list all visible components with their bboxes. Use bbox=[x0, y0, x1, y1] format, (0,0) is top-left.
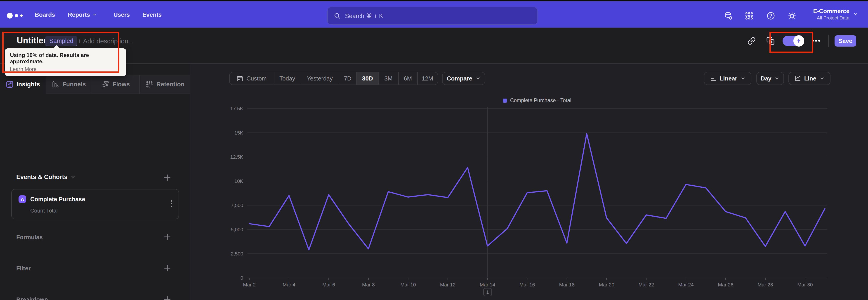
add-event-button[interactable] bbox=[163, 174, 171, 182]
search-input[interactable]: Search ⌘ + K bbox=[327, 7, 537, 25]
header-divider bbox=[828, 35, 829, 47]
x-tick-label: Mar 20 bbox=[599, 282, 614, 288]
linear-axis-icon bbox=[710, 75, 716, 82]
add-to-board-icon[interactable] bbox=[766, 37, 775, 45]
scale-dropdown[interactable]: Linear bbox=[704, 72, 751, 85]
x-tick-label: Mar 10 bbox=[400, 282, 416, 288]
chevron-down-icon bbox=[775, 76, 780, 81]
interval-dropdown[interactable]: Day bbox=[756, 72, 784, 85]
events-cohorts-header[interactable]: Events & Cohorts bbox=[16, 174, 76, 180]
x-tick-label: Mar 8 bbox=[362, 282, 375, 288]
series-line[interactable] bbox=[249, 133, 825, 250]
range-12m-label: 12M bbox=[422, 75, 433, 82]
help-icon[interactable] bbox=[766, 11, 775, 20]
chevron-down-icon bbox=[741, 76, 745, 81]
tab-flows[interactable]: Flows bbox=[92, 75, 139, 94]
insights-chart-icon bbox=[6, 81, 13, 88]
x-tick-label: Mar 14 bbox=[480, 282, 495, 288]
formulas-label: Formulas bbox=[16, 234, 43, 240]
learn-more-link[interactable]: Learn More bbox=[10, 66, 121, 72]
x-tick-label: Mar 16 bbox=[520, 282, 535, 288]
sampling-toggle[interactable] bbox=[782, 36, 804, 46]
app-window: Boards Reports Users Events Search ⌘ + K bbox=[0, 0, 868, 300]
funnels-bars-icon bbox=[52, 81, 59, 88]
breakdown-label: Breakdown bbox=[16, 296, 48, 300]
add-description-field[interactable]: + Add description... bbox=[78, 37, 133, 45]
range-12m[interactable]: 12M bbox=[417, 72, 437, 85]
event-series-letter: A bbox=[21, 197, 24, 202]
sampling-toggle-knob bbox=[793, 35, 804, 46]
project-scope: All Project Data bbox=[813, 15, 849, 20]
mixpanel-logo-icon[interactable] bbox=[7, 13, 22, 19]
calendar-icon bbox=[237, 75, 243, 82]
nav-item-events[interactable]: Events bbox=[143, 10, 162, 19]
x-tick-label: Mar 24 bbox=[678, 282, 693, 288]
tab-funnels-label: Funnels bbox=[62, 81, 86, 88]
nav-item-users[interactable]: Users bbox=[114, 10, 130, 19]
event-card[interactable]: A Complete Purchase Count Total bbox=[11, 189, 179, 219]
range-30d[interactable]: 30D bbox=[356, 72, 378, 85]
event-metric[interactable]: Count Total bbox=[30, 208, 58, 214]
tab-insights[interactable]: Insights bbox=[0, 75, 46, 94]
insights-line-chart[interactable]: 02,5005,0007,50010K12.5K15K17.5KMar 2Mar… bbox=[226, 88, 845, 296]
project-selector[interactable]: E-Commerce All Project Data bbox=[813, 8, 858, 20]
x-tick-label: Mar 26 bbox=[718, 282, 733, 288]
y-tick-label: 17.5K bbox=[230, 106, 243, 112]
share-link-icon[interactable] bbox=[747, 37, 756, 45]
add-breakdown-button[interactable] bbox=[163, 295, 171, 300]
search-placeholder: Search ⌘ + K bbox=[345, 12, 383, 20]
range-7d[interactable]: 7D bbox=[339, 72, 356, 85]
event-name[interactable]: Complete Purchase bbox=[30, 196, 85, 203]
page-number-button[interactable]: 1 bbox=[483, 288, 492, 296]
more-options-icon[interactable] bbox=[812, 40, 820, 41]
nav-item-boards[interactable]: Boards bbox=[35, 10, 55, 19]
y-tick-label: 7,500 bbox=[231, 203, 243, 208]
range-30d-label: 30D bbox=[362, 75, 373, 82]
settings-gear-icon[interactable] bbox=[787, 11, 797, 20]
x-tick-label: Mar 28 bbox=[758, 282, 773, 288]
tab-funnels[interactable]: Funnels bbox=[46, 75, 92, 94]
event-options-icon[interactable] bbox=[171, 200, 172, 207]
sampling-tooltip-text: Using 10% of data. Results are approxima… bbox=[10, 52, 121, 65]
report-title[interactable]: Untitled bbox=[17, 36, 49, 46]
range-yesterday[interactable]: Yesterday bbox=[301, 72, 339, 85]
scale-label: Linear bbox=[719, 75, 737, 82]
x-tick-label: Mar 6 bbox=[322, 282, 335, 288]
add-filter-button[interactable] bbox=[163, 264, 171, 272]
nav-events-label: Events bbox=[143, 11, 162, 18]
sampled-badge-label: Sampled bbox=[49, 37, 73, 44]
tab-flows-label: Flows bbox=[113, 81, 130, 88]
range-6m-label: 6M bbox=[404, 75, 412, 82]
range-3m[interactable]: 3M bbox=[378, 72, 398, 85]
sampled-badge[interactable]: Sampled bbox=[45, 36, 78, 46]
tab-retention[interactable]: Retention bbox=[139, 75, 190, 94]
add-formula-button[interactable] bbox=[163, 233, 171, 241]
range-6m[interactable]: 6M bbox=[398, 72, 417, 85]
compare-button[interactable]: Compare bbox=[442, 72, 485, 85]
tab-insights-label: Insights bbox=[17, 81, 40, 88]
chart-type-label: Line bbox=[804, 75, 816, 82]
nav-users-label: Users bbox=[114, 11, 130, 18]
data-management-icon[interactable] bbox=[724, 11, 733, 20]
top-nav: Boards Reports Users Events Search ⌘ + K bbox=[0, 1, 868, 28]
x-tick-label: Mar 4 bbox=[283, 282, 295, 288]
search-icon bbox=[334, 12, 341, 20]
save-button[interactable]: Save bbox=[835, 35, 856, 46]
range-yesterday-label: Yesterday bbox=[307, 75, 333, 82]
nav-item-reports[interactable]: Reports bbox=[68, 10, 97, 19]
report-header-bar bbox=[0, 28, 868, 64]
apps-grid-icon[interactable] bbox=[745, 11, 754, 20]
chevron-down-icon bbox=[819, 76, 825, 81]
range-today[interactable]: Today bbox=[274, 72, 301, 85]
nav-reports-label: Reports bbox=[68, 11, 90, 18]
y-tick-label: 2,500 bbox=[231, 251, 243, 257]
chart-type-dropdown[interactable]: Line bbox=[788, 72, 831, 85]
range-custom-label: Custom bbox=[246, 75, 267, 82]
range-7d-label: 7D bbox=[344, 75, 351, 82]
x-tick-label: Mar 30 bbox=[797, 282, 813, 288]
filter-label: Filter bbox=[16, 265, 31, 271]
filter-section-label: Filter bbox=[16, 264, 31, 272]
compare-label: Compare bbox=[447, 75, 472, 82]
lightning-bolt-icon bbox=[796, 38, 802, 44]
range-custom[interactable]: Custom bbox=[229, 72, 274, 85]
